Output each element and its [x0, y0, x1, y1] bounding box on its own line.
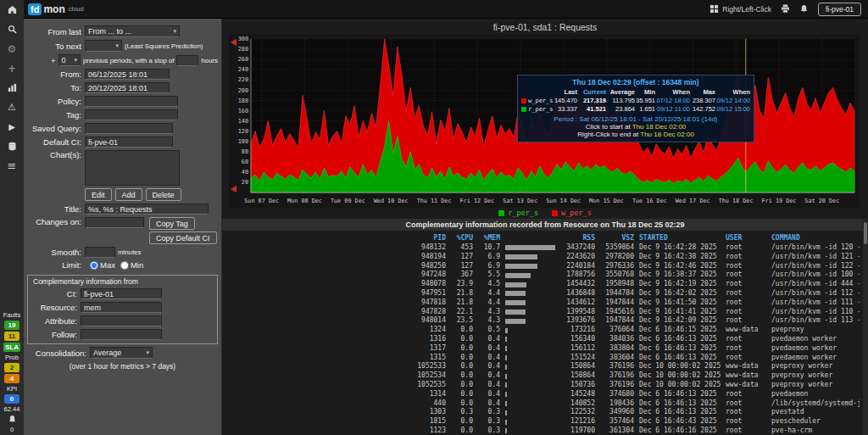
run-button[interactable]: ▶: [0, 117, 24, 137]
click-mode-label: Right/Left-Click: [722, 5, 771, 14]
logo-mon-text: mon: [43, 3, 64, 15]
attribute-input[interactable]: [81, 315, 162, 326]
mem-bar-cell: [505, 381, 556, 390]
vsz-cell: 1945616: [600, 308, 634, 317]
list-button[interactable]: ≡: [0, 156, 24, 176]
mem-usage-bar: [505, 273, 531, 278]
previous-periods-select[interactable]: 0▾: [58, 54, 81, 66]
table-row: 1123 0.0 0.3 119700 361304 Dec 6 16:46:1…: [222, 427, 863, 435]
kpi-badge[interactable]: 0: [4, 394, 19, 404]
started-cell: Dec 6 16:46:16 2025: [639, 427, 721, 435]
resource-input[interactable]: [81, 302, 162, 313]
svg-text:Mon 15 Dec: Mon 15 Dec: [589, 198, 624, 204]
mem-cell: 0.4: [478, 344, 500, 354]
smooth-input[interactable]: [85, 247, 115, 258]
mem-cell: 10.7: [478, 243, 500, 253]
faults-warn-badge[interactable]: 11: [4, 332, 19, 341]
pid-cell: 1324: [225, 326, 446, 335]
user-cell: www-data: [726, 371, 766, 381]
from-datetime-input[interactable]: [85, 69, 170, 80]
to-datetime-input[interactable]: [85, 82, 170, 93]
tag-label: Tag:: [27, 110, 81, 120]
svg-text:60: 60: [242, 159, 248, 165]
scrollbar-thumb[interactable]: [864, 222, 867, 244]
chart-legend: r_per_s w_per_s: [222, 209, 868, 217]
copy-default-ci-button[interactable]: Copy Default CI: [149, 231, 217, 244]
started-cell: Dec 9 16:42:28 2025: [639, 243, 721, 253]
charts-listbox[interactable]: [85, 150, 180, 186]
pid-cell: 947248: [225, 270, 446, 280]
alarm-bell-icon[interactable]: [8, 415, 17, 424]
command-cell: /lib/systemd/systemd-journald: [771, 399, 860, 409]
add-chart-button[interactable]: Add: [115, 188, 142, 201]
table-row: 1317 0.0 0.4 156112 383804 Dec 6 16:46:1…: [222, 344, 863, 354]
policy-input[interactable]: [85, 96, 178, 107]
faults-ok-badge[interactable]: 19: [4, 321, 19, 330]
stop-hours-input[interactable]: [176, 55, 198, 66]
notifications-bell-icon[interactable]: [799, 4, 809, 14]
list-icon: ≡: [8, 160, 17, 171]
svg-text:20: 20: [242, 179, 248, 186]
title-input[interactable]: [85, 204, 209, 215]
settings-button[interactable]: ⚙: [0, 39, 24, 59]
prob-warn-badge[interactable]: 2: [4, 363, 19, 372]
print-icon[interactable]: [781, 4, 790, 14]
click-mode-control[interactable]: Right/Left-Click: [709, 4, 771, 14]
mem-cell: 0.4: [478, 390, 500, 399]
ci-input[interactable]: [81, 288, 162, 299]
table-row: 1052534 0.0 0.4 150864 376196 Dec 10 00:…: [222, 371, 863, 381]
mem-bar-cell: [505, 270, 556, 280]
mem-bar-cell: [505, 399, 556, 409]
complementary-info-title: Complementary information from: [33, 277, 215, 286]
saved-query-input[interactable]: [85, 123, 173, 134]
pid-cell: 948078: [225, 280, 446, 289]
to-next-select[interactable]: ▾: [85, 40, 122, 52]
rss-cell: 1393676: [561, 316, 595, 326]
consolidation-select[interactable]: Average▾: [90, 347, 153, 359]
changes-on-input[interactable]: [85, 217, 144, 228]
table-row: 948014 23.5 4.3 1393676 1947844 Dec 9 16…: [222, 316, 863, 326]
pid-cell: 1314: [225, 390, 446, 399]
sla-badge[interactable]: SLA: [3, 343, 20, 352]
user-cell: root: [726, 298, 766, 308]
follow-input[interactable]: [81, 329, 162, 340]
home-button[interactable]: [0, 0, 24, 20]
follow-label: Follow:: [30, 330, 77, 339]
svg-text:100: 100: [238, 138, 248, 145]
prob-crit-badge[interactable]: 4: [4, 374, 19, 383]
rss-cell: 1788756: [561, 270, 595, 280]
table-scrollbar[interactable]: [863, 219, 868, 435]
host-selector-button[interactable]: fi-pve-01: [818, 3, 861, 16]
limit-min-radio[interactable]: [120, 261, 129, 270]
default-ci-input[interactable]: [85, 137, 173, 148]
user-cell: root: [726, 390, 766, 399]
mem-cell: 0.4: [478, 335, 500, 344]
tag-input[interactable]: [85, 109, 178, 120]
attribute-label: Attribute:: [30, 316, 77, 326]
from-last-select[interactable]: From ... to ...▾: [85, 25, 180, 37]
limit-max-radio[interactable]: [90, 261, 98, 270]
user-cell: root: [726, 270, 766, 280]
charts-button[interactable]: [0, 78, 24, 98]
faults-button[interactable]: ⚠: [0, 98, 24, 117]
table-row: 1324 0.0 0.5 173216 376064 Dec 6 16:46:1…: [222, 326, 863, 335]
svg-text:Sun 07 Dec: Sun 07 Dec: [244, 198, 279, 204]
pid-cell: 1815: [225, 417, 446, 427]
command-cell: pvedaemon: [771, 390, 860, 399]
tooltip-series-w: w_per_s: [521, 97, 554, 105]
user-cell: root: [726, 399, 766, 409]
copy-tag-button[interactable]: Copy Tag: [149, 217, 195, 230]
edit-button[interactable]: Edit: [85, 188, 112, 201]
rss-cell: 156112: [561, 344, 595, 354]
pid-cell: 1303: [225, 408, 446, 417]
add-button[interactable]: +: [0, 59, 24, 78]
cpu-cell: 0.0: [451, 326, 473, 335]
table-row: 1815 0.0 0.3 121216 357464 Dec 6 16:46:4…: [222, 417, 863, 427]
command-cell: pveproxy worker: [771, 362, 860, 371]
search-button[interactable]: [0, 20, 24, 39]
database-button[interactable]: [0, 137, 24, 156]
command-cell: /usr/bin/kvm -id 112 -name testdebian03,…: [771, 289, 860, 298]
series-swatch-green: [521, 107, 526, 112]
started-cell: Dec 9 16:42:02 2025: [639, 289, 721, 298]
delete-button[interactable]: Delete: [146, 188, 181, 201]
